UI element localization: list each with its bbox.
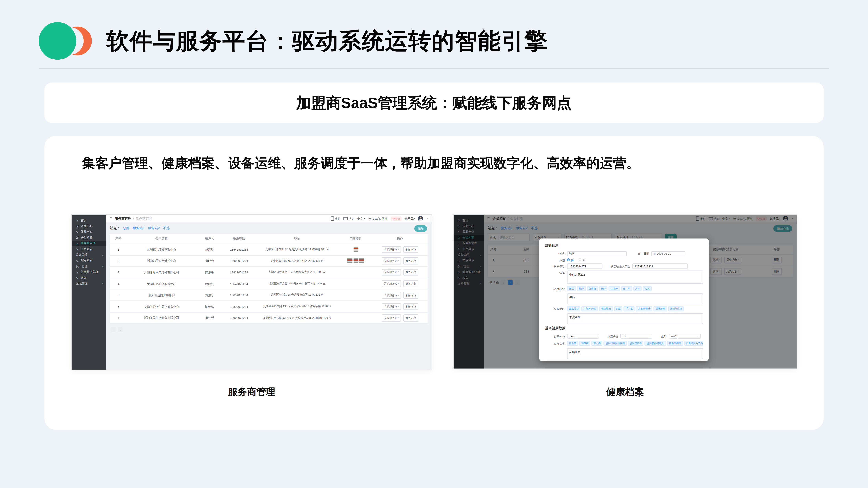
medical-history-tag[interactable]: 慢性阻塞性肺疾病 [604,341,627,346]
site-filter-link[interactable]: 服务站2 [148,226,160,231]
messages-button[interactable]: 消息 [343,217,354,221]
chevron-down-icon: ∨ [398,248,399,251]
blood-type-select[interactable]: AB型 ∨ [669,334,701,339]
hobby-tag[interactable]: 太极拳/散步 [636,306,653,311]
sidebar-item[interactable]: ⌂ 客服中心 ∨ [72,229,106,235]
hobby-field[interactable]: 书法绘画 [567,313,703,324]
storefront-photo[interactable] [353,258,358,263]
birth-date-input[interactable]: ▦ 2005-05-01 [651,251,685,256]
user-name[interactable]: 管理员A [404,217,415,221]
sidebar-item[interactable]: ⌂ 站点列表 ∨ [72,258,106,264]
occupation-tag[interactable]: 医生 [567,286,576,292]
chevron-down-icon: ∨ [102,265,103,267]
occupation-tag[interactable]: 厨师 [633,286,642,292]
medical-history-field[interactable]: 高脂血症 [567,348,703,359]
weight-field[interactable] [620,334,652,339]
sidebar-item[interactable]: ⌂ 首页 ∨ [72,217,106,223]
occupation-tag[interactable]: 公务员 [587,286,598,292]
connection-status: 连接状态: 正常 [368,217,388,221]
cell-company: 龙湖家悦便民家政中心 [127,245,196,254]
breadcrumb[interactable]: 服务商管理 [115,216,131,221]
link-station-button[interactable]: 关联服务站 ∨ [382,280,401,287]
storefront-photo[interactable] [359,258,364,263]
occupation-tag[interactable]: 电工 [643,286,652,292]
link-station-button[interactable]: 关联服务站 ∨ [382,269,401,276]
sidebar-item[interactable]: ⌂ 会员档案 ∨ [72,235,106,240]
language-select[interactable]: 中文 ▼ [357,217,366,221]
events-button[interactable]: 事件 [331,216,341,221]
service-content-button[interactable]: 服务内容 [403,303,418,310]
link-station-button[interactable]: 关联服务站 ∨ [382,303,401,310]
hobby-tag[interactable]: 钓鱼 [614,306,623,311]
medical-history-tag[interactable]: 糖尿病 [579,341,590,346]
collapse-menu-icon[interactable]: ≡ [110,216,112,221]
hobby-tag[interactable]: 烹饪与烘焙 [668,306,684,311]
home-icon: ⌂ [76,230,79,234]
site-filter-link[interactable]: 服务站1 [133,226,145,231]
sidebar-item[interactable]: ⌂ 区域管理 ∨ [72,281,106,286]
sidebar-item[interactable]: ⌂ 设备管理 ∨ [72,252,106,258]
emergency-phone-field[interactable] [632,264,688,269]
table-row: 3 龙湖捷顺水电维修有限公司 陈淑敏 13829651234 龙湖区金砂东路 1… [110,267,428,278]
medical-history-tag[interactable]: 冠心病 [591,341,602,346]
sidebar-item[interactable]: ⌂ 员工管理 ∨ [72,264,106,269]
chevron-down-icon: ∨ [697,335,699,337]
storefront-photos [340,247,371,252]
gender-female-radio[interactable]: 女 [579,258,585,262]
occupation-tag[interactable]: 会计师 [621,286,632,292]
storefront-photo[interactable] [353,247,358,252]
medical-history-tag[interactable]: 高血压 [567,341,578,346]
occupation-tag[interactable]: 工程师 [609,286,620,292]
site-filter-link[interactable]: 不选 [163,226,170,231]
home-icon: ⌂ [76,242,79,245]
service-content-button[interactable]: 服务内容 [403,292,418,299]
medical-history-tag[interactable]: 慢性肾脏病 [628,341,644,346]
service-content-button[interactable]: 服务内容 [403,246,418,253]
screenshot-health-record: ⌂ 首页 ∨ ⌂ 求助中心 ∨ ⌂ 客服中心 ∨ [454,215,797,369]
medical-history-tag[interactable]: 慢性肝炎/肝硬化 [645,341,666,346]
caption-right: 健康档案 [454,386,797,399]
hobby-tag[interactable]: 广场舞/舞蹈 [582,306,598,311]
avatar[interactable] [418,216,424,221]
chevron-down-icon: ∨ [102,282,103,285]
sidebar-item[interactable]: ⌂ 服务商管理 ∨ [72,241,106,246]
prev-page-button[interactable]: ‹ [111,327,116,332]
service-content-button[interactable]: 服务内容 [403,314,418,321]
link-station-button[interactable]: 关联服务站 ∨ [382,257,401,264]
add-button[interactable]: 增加 [414,225,427,232]
height-field[interactable] [567,334,599,339]
medical-history-tag[interactable]: 类风湿性关节炎 [684,341,703,346]
link-station-button[interactable]: 关联服务站 ∨ [382,246,401,253]
cell-contact: 陈淑敏 [196,268,223,277]
service-content-button[interactable]: 服务内容 [403,280,418,287]
hobby-tag[interactable]: 棋牌游戏 [653,306,667,311]
next-page-button[interactable]: › [118,327,123,332]
link-station-button[interactable]: 关联服务站 ∨ [382,292,401,299]
storefront-photo[interactable] [347,258,352,263]
occupation-field[interactable]: 律师 [567,293,703,304]
gender-male-radio[interactable]: 男 [567,258,574,262]
occupation-tag[interactable]: 教师 [577,286,586,292]
phone-field[interactable] [567,264,602,269]
address-field[interactable]: 中信大厦202 [567,271,703,284]
service-content-button[interactable]: 服务内容 [403,257,418,264]
cell-address: 龙湖区长平东路 88 号龙光世纪海岸 11 栋商铺 105 号 [255,245,339,253]
hobby-tag[interactable]: 手工艺 [624,306,635,311]
hobby-tag[interactable]: 书法绘画 [599,306,613,311]
sidebar-item[interactable]: ⌂ 工单列表 ∨ [72,246,106,252]
cell-company: 潮汕邻里家电维护中心 [127,257,196,265]
medical-history-tag[interactable]: 脑血管疾病 [667,341,683,346]
sidebar-item[interactable]: ⌂ 健康数据分析 ∨ [72,269,106,275]
site-filter-link[interactable]: 总部 [123,226,130,231]
hobby-tag[interactable]: 园艺活动 [567,306,581,311]
home-icon: ⌂ [76,259,79,262]
table-row: 4 龙湖暖心陪诊服务中心 林晓雯 13542871234 龙湖区长平东路 118… [110,278,428,289]
sidebar-item[interactable]: ⌂ 求助中心 ∨ [72,223,106,229]
name-field[interactable] [567,251,627,256]
cell-address: 龙湖区金砂东路 138 号泰安华庭西区 3 栋写字楼 1208 室 [255,302,339,310]
sidebar-item[interactable]: ⌂ 收入 ∨ [72,275,106,281]
service-content-button[interactable]: 服务内容 [403,269,418,276]
link-station-button[interactable]: 关联服务站 ∨ [382,314,401,321]
occupation-tag[interactable]: 律师 [599,286,608,292]
brand-logo-icon [39,21,92,61]
